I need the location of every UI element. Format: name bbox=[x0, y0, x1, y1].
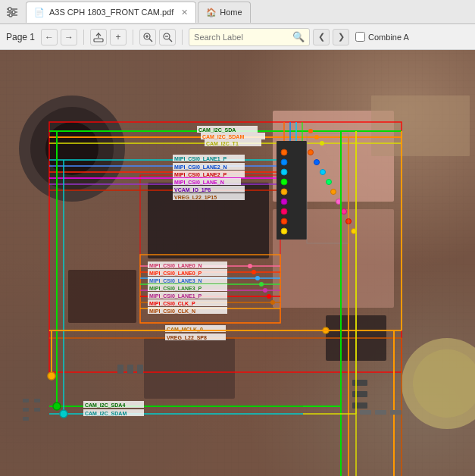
toolbar-separator-3 bbox=[182, 30, 183, 45]
zoom-in-icon bbox=[142, 32, 153, 42]
svg-rect-27 bbox=[23, 399, 29, 402]
title-bar: 📄 A3S CPH 1803_FRONT CAM.pdf ✕ 🏠 Home bbox=[0, 0, 475, 24]
svg-point-94 bbox=[342, 209, 347, 215]
svg-line-11 bbox=[149, 39, 152, 42]
combine-checkbox[interactable] bbox=[355, 32, 365, 42]
zoom-out-icon bbox=[162, 32, 173, 42]
pdf-tab-label: A3S CPH 1803_FRONT CAM.pdf bbox=[49, 8, 173, 17]
svg-rect-31 bbox=[23, 417, 29, 421]
svg-text:MIPI_CSI0_CLK_N: MIPI_CSI0_CLK_N bbox=[149, 308, 195, 314]
svg-rect-26 bbox=[371, 96, 470, 156]
search-input[interactable] bbox=[194, 33, 292, 42]
svg-point-91 bbox=[327, 180, 332, 185]
svg-rect-18 bbox=[68, 270, 136, 323]
svg-text:VCAM_IO_1P8: VCAM_IO_1P8 bbox=[174, 187, 211, 193]
toolbar: Page 1 ← → + 🔍 ❮ ❯ Combine A bbox=[0, 24, 475, 50]
svg-line-14 bbox=[169, 39, 172, 42]
canvas-area[interactable]: CAM_I2C_SDA CAM_I2C_SDAM CAM_I2C_T1 MIPI… bbox=[0, 50, 475, 476]
zoom-in-button[interactable] bbox=[139, 29, 156, 45]
svg-text:MIPI_CSI0_LANE1_P: MIPI_CSI0_LANE1_P bbox=[149, 293, 202, 299]
svg-rect-147 bbox=[375, 410, 386, 415]
svg-text:MIPI_CSI0_LANE2_N: MIPI_CSI0_LANE2_N bbox=[174, 164, 227, 170]
svg-text:MIPI_CSI0_LANE0_N: MIPI_CSI0_LANE0_N bbox=[149, 263, 202, 268]
svg-text:CAM_I2C_SDAM: CAM_I2C_SDAM bbox=[202, 134, 244, 139]
svg-point-89 bbox=[314, 160, 320, 165]
svg-rect-32 bbox=[352, 380, 367, 386]
svg-point-99 bbox=[255, 276, 260, 280]
pdf-tab[interactable]: 📄 A3S CPH 1803_FRONT CAM.pdf ✕ bbox=[26, 2, 196, 23]
svg-point-52 bbox=[281, 179, 287, 185]
svg-text:CAM_I2C_SDAM: CAM_I2C_SDAM bbox=[85, 411, 127, 416]
svg-text:VREG_L22_1P15: VREG_L22_1P15 bbox=[174, 195, 217, 200]
forward-button[interactable]: → bbox=[61, 29, 77, 45]
svg-rect-148 bbox=[390, 410, 402, 415]
svg-point-98 bbox=[252, 270, 256, 274]
home-tab-label: Home bbox=[220, 8, 242, 17]
circuit-diagram: CAM_I2C_SDA CAM_I2C_SDAM CAM_I2C_T1 MIPI… bbox=[0, 50, 475, 476]
svg-rect-146 bbox=[360, 410, 371, 415]
svg-point-51 bbox=[281, 169, 287, 175]
svg-point-86 bbox=[314, 135, 319, 139]
combine-option: Combine A bbox=[355, 32, 409, 42]
svg-point-77 bbox=[48, 372, 55, 380]
toolbar-separator-1 bbox=[83, 30, 84, 45]
svg-rect-149 bbox=[117, 365, 123, 374]
svg-text:MIPI_CSI0_CLK_P: MIPI_CSI0_CLK_P bbox=[149, 301, 195, 306]
svg-rect-33 bbox=[352, 391, 367, 397]
home-tab-icon: 🏠 bbox=[206, 8, 217, 17]
svg-point-23 bbox=[45, 122, 98, 175]
svg-text:MIPI_CSI0_LANE3_P: MIPI_CSI0_LANE3_P bbox=[149, 286, 202, 291]
svg-point-50 bbox=[281, 159, 287, 165]
svg-point-87 bbox=[320, 141, 324, 146]
svg-rect-19 bbox=[144, 338, 235, 399]
svg-rect-28 bbox=[34, 399, 40, 402]
svg-point-85 bbox=[308, 129, 313, 133]
export-icon bbox=[93, 32, 104, 42]
svg-text:VREG_L22_SP8: VREG_L22_SP8 bbox=[167, 335, 207, 340]
svg-point-92 bbox=[331, 189, 336, 195]
svg-point-101 bbox=[263, 288, 267, 293]
prev-result-button[interactable]: ❮ bbox=[313, 29, 330, 45]
svg-point-56 bbox=[281, 218, 287, 224]
svg-rect-151 bbox=[137, 365, 143, 374]
back-button[interactable]: ← bbox=[41, 29, 58, 45]
svg-point-5 bbox=[9, 14, 12, 17]
svg-rect-30 bbox=[34, 408, 40, 412]
pdf-tab-close[interactable]: ✕ bbox=[181, 8, 188, 17]
svg-text:MIPI_CSI0_LANE2_P: MIPI_CSI0_LANE2_P bbox=[174, 172, 227, 177]
next-result-button[interactable]: ❯ bbox=[333, 29, 349, 45]
home-tab[interactable]: 🏠 Home bbox=[198, 2, 250, 23]
svg-point-79 bbox=[60, 410, 67, 418]
zoom-out-button[interactable] bbox=[159, 29, 176, 45]
page-indicator: Page 1 bbox=[6, 32, 35, 42]
pdf-tab-icon: 📄 bbox=[34, 8, 45, 17]
svg-point-57 bbox=[281, 228, 287, 234]
svg-point-54 bbox=[281, 199, 287, 205]
svg-rect-150 bbox=[127, 365, 133, 374]
svg-text:CAM_I2C_SDA4: CAM_I2C_SDA4 bbox=[85, 402, 125, 408]
svg-point-78 bbox=[53, 402, 61, 410]
add-button[interactable]: + bbox=[110, 29, 127, 45]
svg-point-88 bbox=[308, 150, 314, 155]
svg-point-100 bbox=[259, 282, 264, 287]
svg-rect-6 bbox=[94, 39, 103, 42]
svg-point-4 bbox=[12, 11, 15, 14]
svg-text:MIPI_CSI0_LANE3_N: MIPI_CSI0_LANE3_N bbox=[149, 278, 202, 283]
svg-point-49 bbox=[281, 149, 287, 155]
svg-point-90 bbox=[320, 170, 326, 175]
search-icon: 🔍 bbox=[292, 31, 305, 42]
tune-icon[interactable] bbox=[3, 3, 21, 21]
combine-label[interactable]: Combine A bbox=[368, 33, 409, 42]
svg-text:MIPI_CSI0_LANE1_P: MIPI_CSI0_LANE1_P bbox=[174, 156, 227, 161]
export-button[interactable] bbox=[90, 29, 107, 45]
svg-point-103 bbox=[270, 300, 275, 305]
svg-text:CAM_I2C_T1: CAM_I2C_T1 bbox=[206, 141, 239, 146]
svg-point-102 bbox=[267, 294, 271, 299]
search-box[interactable]: 🔍 bbox=[189, 28, 310, 46]
svg-text:CAM_I2C_SDA: CAM_I2C_SDA bbox=[198, 127, 236, 133]
toolbar-separator-2 bbox=[133, 30, 133, 45]
svg-point-55 bbox=[281, 208, 287, 215]
svg-text:MIPI_CSI0_LANE_N: MIPI_CSI0_LANE_N bbox=[174, 180, 224, 185]
svg-rect-34 bbox=[352, 402, 367, 409]
svg-point-3 bbox=[8, 8, 11, 11]
